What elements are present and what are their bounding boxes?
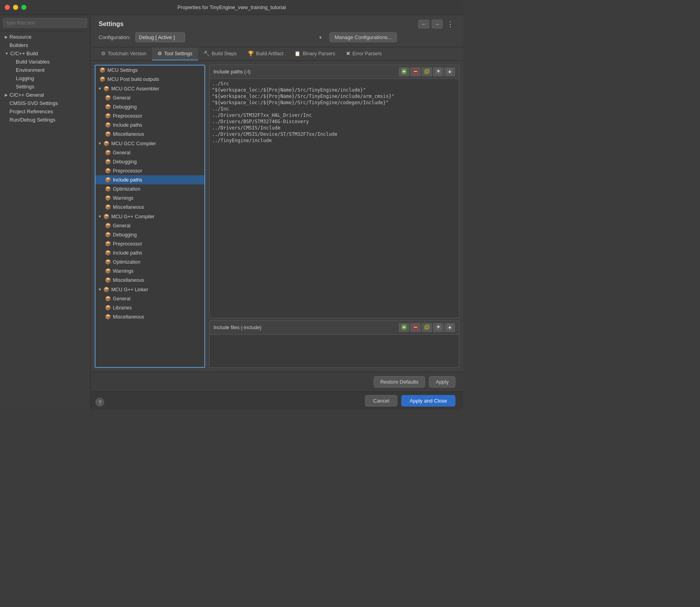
tool-tree-gpp-optimization[interactable]: 📦 Optimization <box>95 257 204 266</box>
tool-tree-gcc-optimization[interactable]: 📦 Optimization <box>95 184 204 193</box>
tool-tree-gcc-warnings[interactable]: 📦 Warnings <box>95 193 204 202</box>
tool-tree-linker-general[interactable]: 📦 General <box>95 294 204 303</box>
include-paths-copy-button[interactable] <box>422 67 432 76</box>
include-paths-move-up-button[interactable] <box>433 67 444 76</box>
more-options-button[interactable]: ⋮ <box>445 20 455 28</box>
include-path-item[interactable]: "${workspace_loc:/${ProjName}/Src/TinyEn… <box>212 87 457 93</box>
include-path-item[interactable]: ../Drivers/CMSIS/Include <box>212 125 457 131</box>
sidebar-item-cc-build[interactable]: ▼ C/C++ Build <box>0 49 90 58</box>
config-select[interactable]: Debug [ Active ] <box>135 32 185 42</box>
minimize-button[interactable] <box>13 5 18 10</box>
tab-toolchain-version[interactable]: ⚙ Toolchain Version <box>95 47 152 60</box>
tree-item-label: MCU GCC Compiler <box>111 141 156 146</box>
tree-item-label: Preprocessor <box>113 241 142 247</box>
include-paths-add-button[interactable] <box>399 67 409 76</box>
asm-debug-icon: 📦 <box>105 104 111 110</box>
tool-tree-gpp-general[interactable]: 📦 General <box>95 221 204 230</box>
sidebar-item-cc-general[interactable]: ▶ C/C++ General <box>0 91 90 99</box>
sidebar-item-resource[interactable]: ▶ Resource <box>0 33 90 41</box>
tool-tree-gcc-include-paths[interactable]: 📦 Include paths <box>95 175 204 184</box>
asm-pre-icon: 📦 <box>105 113 111 119</box>
tool-tree-gpp-include-paths[interactable]: 📦 Include paths <box>95 248 204 257</box>
manage-configurations-button[interactable]: Manage Configurations... <box>329 32 397 42</box>
tool-tree-linker-misc[interactable]: 📦 Miscellaneous <box>95 312 204 321</box>
tool-tree-panel: 📦 MCU Settings 📦 MCU Post build outputs … <box>95 65 205 368</box>
tool-tree-mcu-settings[interactable]: 📦 MCU Settings <box>95 66 204 75</box>
tool-tree-asm-debugging[interactable]: 📦 Debugging <box>95 102 204 111</box>
tool-tree-mcu-gcc-assembler[interactable]: ▼ 📦 MCU GCC Assembler <box>95 84 204 93</box>
cancel-button[interactable]: Cancel <box>365 395 397 407</box>
include-paths-move-down-button[interactable] <box>445 67 455 76</box>
apply-button[interactable]: Apply <box>429 376 455 388</box>
include-files-add-button[interactable] <box>399 323 409 332</box>
tool-tree-asm-include-paths[interactable]: 📦 Include paths <box>95 120 204 129</box>
include-files-move-down-button[interactable] <box>445 323 455 332</box>
include-path-item[interactable]: ../Drivers/STM32F7xx_HAL_Driver/Inc <box>212 112 457 118</box>
include-path-item[interactable]: ../Inc <box>212 106 457 112</box>
sidebar-item-logging[interactable]: Logging <box>0 74 90 82</box>
include-files-panel: Include files (-include) <box>209 320 459 368</box>
main-layout: ▶ Resource Builders ▼ C/C++ Build Build … <box>0 15 463 410</box>
tool-tree-mcu-gcc-compiler[interactable]: ▼ 📦 MCU GCC Compiler <box>95 139 204 148</box>
sidebar-item-run-debug[interactable]: Run/Debug Settings <box>0 116 90 124</box>
include-paths-remove-button[interactable] <box>410 67 421 76</box>
include-files-move-up-button[interactable] <box>433 323 444 332</box>
include-path-item[interactable]: ../Drivers/CMSIS/Device/ST/STM32F7xx/Inc… <box>212 131 457 137</box>
tree-item-label: MCU G++ Linker <box>111 287 148 292</box>
include-path-item[interactable]: ../TinyEngine/include <box>212 137 457 144</box>
tree-item-label: Debugging <box>113 159 137 165</box>
tree-item-label: Miscellaneous <box>113 204 144 210</box>
nav-forward-button[interactable]: → <box>432 20 443 28</box>
sidebar-item-builders[interactable]: Builders <box>0 41 90 49</box>
sidebar-item-cmsis-svd[interactable]: CMSIS-SVD Settings <box>0 99 90 107</box>
close-button[interactable] <box>5 5 10 10</box>
tool-tree-mcu-gpp-compiler[interactable]: ▼ 📦 MCU G++ Compiler <box>95 212 204 221</box>
tool-tree-gpp-debugging[interactable]: 📦 Debugging <box>95 230 204 239</box>
tool-tree-gpp-preprocessor[interactable]: 📦 Preprocessor <box>95 239 204 248</box>
tool-tree-gcc-preprocessor[interactable]: 📦 Preprocessor <box>95 166 204 175</box>
tool-tree-linker-libraries[interactable]: 📦 Libraries <box>95 303 204 312</box>
apply-and-close-button[interactable]: Apply and Close <box>401 395 455 407</box>
tab-build-artifact[interactable]: 🏆 Build Artifact <box>242 47 289 60</box>
tool-tree-asm-general[interactable]: 📦 General <box>95 93 204 102</box>
gpp-opt-icon: 📦 <box>105 259 111 265</box>
window-controls[interactable] <box>5 5 26 10</box>
chevron-down-icon: ▼ <box>98 86 102 91</box>
include-path-item[interactable]: "${workspace_loc:/${ProjName}/Src/TinyEn… <box>212 99 457 106</box>
tool-tree-asm-preprocessor[interactable]: 📦 Preprocessor <box>95 111 204 120</box>
include-files-remove-button[interactable] <box>410 323 421 332</box>
nav-back-button[interactable]: ← <box>418 20 429 28</box>
gpp-include-icon: 📦 <box>105 250 111 256</box>
tree-item-label: Debugging <box>113 232 137 238</box>
gcc-warn-icon: 📦 <box>105 195 111 201</box>
sidebar-item-environment[interactable]: Environment <box>0 66 90 74</box>
include-files-copy-button[interactable] <box>422 323 432 332</box>
tool-tree-gpp-warnings[interactable]: 📦 Warnings <box>95 266 204 275</box>
tool-tree-gcc-debugging[interactable]: 📦 Debugging <box>95 157 204 166</box>
parsers-icon: 📋 <box>294 51 301 56</box>
sidebar-item-settings[interactable]: Settings <box>0 82 90 91</box>
tab-binary-parsers[interactable]: 📋 Binary Parsers <box>289 47 341 60</box>
tool-tree-gpp-misc[interactable]: 📦 Miscellaneous <box>95 275 204 285</box>
header-actions: ← → ⋮ <box>418 20 455 28</box>
sidebar-filter-input[interactable] <box>3 18 87 28</box>
tab-tool-settings[interactable]: ⚙ Tool Settings <box>152 47 198 60</box>
tab-build-steps[interactable]: 🔨 Build Steps <box>198 47 242 60</box>
tab-error-parsers[interactable]: ✖ Error Parsers <box>341 47 387 60</box>
include-path-item[interactable]: ../Src <box>212 81 457 87</box>
sidebar-item-build-variables[interactable]: Build Variables <box>0 58 90 66</box>
help-button[interactable]: ? <box>95 398 104 407</box>
tool-tree-mcu-gpp-linker[interactable]: ▼ 📦 MCU G++ Linker <box>95 285 204 294</box>
sidebar-item-label: Build Variables <box>16 59 50 65</box>
tool-tree-mcu-post-build[interactable]: 📦 MCU Post build outputs <box>95 75 204 84</box>
sidebar-item-project-references[interactable]: Project References <box>0 107 90 116</box>
include-path-item[interactable]: ../Drivers/BSP/STM32746G-Discovery <box>212 118 457 125</box>
content-header: Settings ← → ⋮ Configuration: Debug [ Ac… <box>91 15 463 47</box>
tool-tree-gcc-general[interactable]: 📦 General <box>95 148 204 157</box>
tool-tree-gcc-misc[interactable]: 📦 Miscellaneous <box>95 202 204 212</box>
tool-tree-asm-misc[interactable]: 📦 Miscellaneous <box>95 129 204 139</box>
restore-defaults-button[interactable]: Restore Defaults <box>374 376 425 388</box>
include-path-item[interactable]: "${workspace_loc:/${ProjName}/Src/TinyEn… <box>212 93 457 99</box>
mcu-gcc-asm-icon: 📦 <box>103 86 110 92</box>
maximize-button[interactable] <box>21 5 26 10</box>
